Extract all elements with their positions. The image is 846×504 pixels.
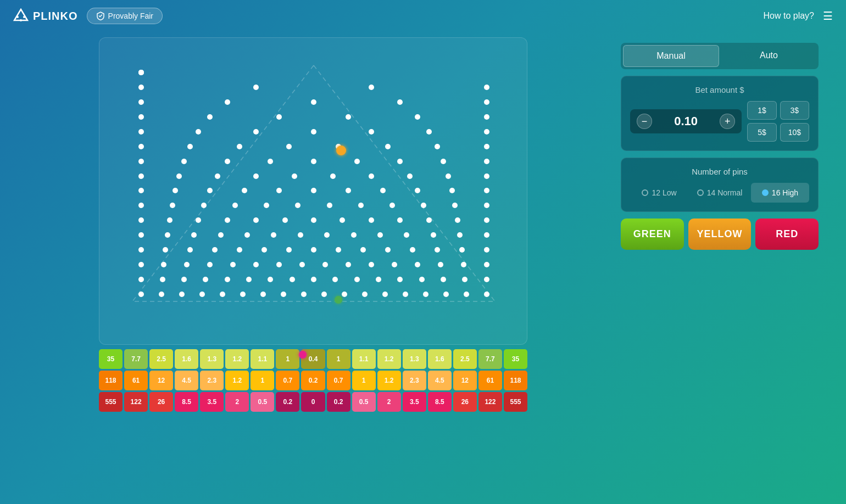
pin (484, 85, 489, 90)
pin (484, 173, 489, 179)
pin (282, 217, 288, 223)
bet-yellow-button[interactable]: YELLOW (688, 219, 752, 250)
pin (253, 173, 259, 179)
pin (457, 232, 463, 238)
bet-decrement-button[interactable]: − (637, 114, 652, 129)
pin (441, 159, 446, 164)
pin (435, 144, 440, 149)
pin (484, 159, 489, 164)
pin-12low-label: 12 Low (652, 188, 676, 197)
green-mult-3: 1.6 (175, 349, 198, 369)
quick-bet-1[interactable]: 1$ (747, 101, 776, 120)
pin (360, 247, 366, 253)
pin (159, 292, 164, 297)
svg-point-1 (16, 16, 19, 18)
pin (220, 292, 225, 297)
main-layout: 357.72.51.61.31.21.110.411.11.21.31.62.5… (0, 32, 846, 503)
pin (237, 247, 242, 253)
tab-manual[interactable]: Manual (623, 45, 719, 67)
green-mult-11: 1.2 (377, 349, 401, 369)
multipliers-section: 357.72.51.61.31.21.110.411.11.21.31.62.5… (99, 349, 527, 413)
provably-fair-button[interactable]: Provably Fair (87, 8, 163, 24)
pin (170, 203, 175, 208)
quick-bet-10[interactable]: 10$ (780, 123, 809, 142)
red-mult-4: 3.5 (200, 392, 224, 412)
pin (244, 232, 250, 238)
pin (191, 232, 197, 238)
pin (212, 247, 218, 253)
logo-area: PLINKO (13, 8, 78, 24)
red-mult-15: 122 (478, 392, 502, 412)
pin (461, 262, 466, 267)
red-mult-1: 122 (124, 392, 148, 412)
yellow-mult-5: 1.2 (225, 371, 249, 390)
pin (225, 217, 230, 223)
pin (292, 173, 297, 179)
pin (484, 277, 489, 282)
pin (484, 144, 489, 149)
green-mult-6: 1.1 (251, 349, 274, 369)
header-left: PLINKO Provably Fair (13, 8, 163, 24)
pin (376, 277, 381, 282)
yellow-mult-13: 4.5 (428, 371, 452, 390)
green-mult-4: 1.3 (200, 349, 224, 369)
menu-icon[interactable]: ☰ (823, 9, 833, 23)
pin (403, 292, 408, 297)
pin (163, 247, 168, 253)
red-mult-11: 2 (377, 392, 401, 412)
pin (253, 217, 259, 223)
red-mult-10: 0.5 (352, 392, 376, 412)
quick-bet-5[interactable]: 5$ (747, 123, 776, 142)
pin-option-14normal[interactable]: 14 Normal (691, 183, 749, 203)
pin (342, 292, 347, 297)
pin (455, 217, 460, 223)
pin (276, 114, 282, 120)
bet-green-button[interactable]: GREEN (621, 219, 684, 250)
yellow-mult-0: 118 (99, 371, 123, 390)
green-mult-12: 1.3 (403, 349, 426, 369)
pin (230, 262, 236, 267)
pin (201, 203, 207, 208)
pin (438, 262, 443, 267)
bet-increment-button[interactable]: + (720, 114, 735, 129)
pin (138, 292, 144, 297)
pin (179, 292, 185, 297)
pin (203, 277, 208, 282)
bet-value-display: 0.10 (659, 114, 713, 128)
how-to-play-link[interactable]: How to play? (764, 11, 815, 21)
pin (397, 159, 403, 164)
pin (138, 159, 144, 164)
pin (311, 159, 316, 164)
game-area: 357.72.51.61.31.21.110.411.11.21.31.62.5… (16, 32, 610, 413)
quick-bet-3[interactable]: 3$ (780, 101, 809, 120)
pin (369, 262, 374, 267)
pin (225, 277, 230, 282)
pin (484, 114, 489, 120)
pin (385, 144, 391, 149)
tab-auto[interactable]: Auto (721, 45, 816, 67)
pin (138, 85, 144, 90)
bet-red-button[interactable]: RED (755, 219, 819, 250)
yellow-mult-1: 61 (124, 371, 148, 390)
pin (207, 262, 213, 267)
pins-panel: Number of pins 12 Low 14 Normal 16 High (621, 158, 819, 212)
pin (253, 262, 259, 267)
pin (380, 188, 386, 193)
red-mult-14: 26 (453, 392, 477, 412)
pin (268, 277, 273, 282)
pin (423, 292, 428, 297)
pin (321, 292, 327, 297)
pin (207, 114, 213, 120)
pin (324, 232, 330, 238)
pin-option-12low[interactable]: 12 Low (630, 183, 688, 203)
green-mult-10: 1.1 (352, 349, 376, 369)
red-mult-8: 0 (301, 392, 325, 412)
pin (253, 85, 259, 90)
pin (286, 247, 292, 253)
pin (464, 292, 469, 297)
pin-option-16high[interactable]: 16 High (751, 183, 809, 203)
green-mult-2: 2.5 (149, 349, 173, 369)
pin (484, 129, 489, 135)
pin (311, 129, 316, 135)
pin (327, 203, 332, 208)
